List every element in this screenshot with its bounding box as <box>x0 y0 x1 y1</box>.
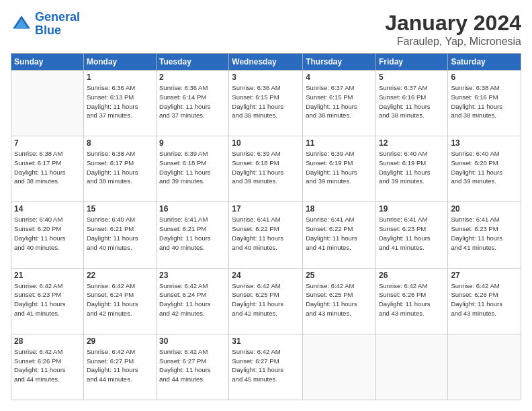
day-info-line: Daylight: 11 hours <box>379 300 431 308</box>
day-info-line: and 42 minutes. <box>87 310 132 317</box>
day-info-line: Sunrise: 6:38 AM <box>451 84 499 91</box>
day-info-line: and 43 minutes. <box>451 310 496 317</box>
day-info-line: Sunrise: 6:37 AM <box>379 84 427 91</box>
day-info-line: Daylight: 11 hours <box>87 366 138 373</box>
day-number: 13 <box>451 138 518 148</box>
day-info-line: Sunset: 6:20 PM <box>14 225 61 232</box>
calendar-day-cell: 2Sunrise: 6:36 AMSunset: 6:14 PMDaylight… <box>157 71 229 136</box>
day-info-line: and 43 minutes. <box>379 310 425 317</box>
day-info-line: and 44 minutes. <box>87 375 132 383</box>
day-number: 12 <box>379 138 445 148</box>
day-info-line: Daylight: 11 hours <box>159 169 211 176</box>
day-info-line: Daylight: 11 hours <box>14 300 66 308</box>
day-number: 27 <box>451 271 518 280</box>
day-info: Sunrise: 6:42 AMSunset: 6:27 PMDaylight:… <box>159 347 226 384</box>
calendar-body: 1Sunrise: 6:36 AMSunset: 6:13 PMDaylight… <box>11 71 521 400</box>
calendar-day-cell: 3Sunrise: 6:36 AMSunset: 6:15 PMDaylight… <box>229 71 303 136</box>
day-info-line: Sunrise: 6:42 AM <box>232 348 280 355</box>
day-info-line: Daylight: 11 hours <box>159 234 211 242</box>
day-info: Sunrise: 6:41 AMSunset: 6:23 PMDaylight:… <box>451 215 518 252</box>
calendar-header-cell: Thursday <box>303 54 376 71</box>
day-number: 23 <box>159 271 226 280</box>
calendar-week-row: 28Sunrise: 6:42 AMSunset: 6:26 PMDayligh… <box>11 334 521 400</box>
day-info-line: Daylight: 11 hours <box>232 300 283 308</box>
day-number: 4 <box>306 73 373 82</box>
day-number: 1 <box>87 73 153 82</box>
calendar-day-cell: 21Sunrise: 6:42 AMSunset: 6:23 PMDayligh… <box>11 268 84 334</box>
calendar-day-cell: 9Sunrise: 6:39 AMSunset: 6:18 PMDaylight… <box>157 136 229 202</box>
day-info-line: Sunset: 6:27 PM <box>232 357 279 365</box>
calendar-day-cell: 23Sunrise: 6:42 AMSunset: 6:24 PMDayligh… <box>157 268 229 334</box>
logo-text: General Blue <box>35 11 80 38</box>
day-info-line: and 40 minutes. <box>87 244 132 251</box>
day-info: Sunrise: 6:42 AMSunset: 6:25 PMDaylight:… <box>232 281 300 318</box>
day-info-line: Daylight: 11 hours <box>232 103 283 110</box>
day-info-line: and 43 minutes. <box>306 310 351 317</box>
calendar-day-cell: 29Sunrise: 6:42 AMSunset: 6:27 PMDayligh… <box>83 334 156 400</box>
day-info-line: and 41 minutes. <box>14 310 60 317</box>
day-number: 24 <box>232 271 300 280</box>
day-info-line: and 41 minutes. <box>451 244 496 251</box>
day-info: Sunrise: 6:37 AMSunset: 6:16 PMDaylight:… <box>379 83 445 120</box>
day-info-line: Sunrise: 6:41 AM <box>451 216 499 223</box>
day-info-line: Sunrise: 6:39 AM <box>159 150 208 157</box>
day-info-line: Daylight: 11 hours <box>451 103 502 110</box>
calendar-week-row: 21Sunrise: 6:42 AMSunset: 6:23 PMDayligh… <box>11 268 521 334</box>
day-info-line: and 38 minutes. <box>379 111 425 119</box>
day-info-line: and 39 minutes. <box>379 177 425 185</box>
day-info-line: Sunset: 6:22 PM <box>306 225 353 232</box>
day-number: 14 <box>14 204 81 214</box>
calendar-table: SundayMondayTuesdayWednesdayThursdayFrid… <box>11 53 521 400</box>
day-info-line: Sunset: 6:15 PM <box>232 93 279 101</box>
subtitle: Faraulep, Yap, Micronesia <box>385 36 521 48</box>
day-info-line: and 39 minutes. <box>232 177 277 185</box>
calendar-day-cell: 24Sunrise: 6:42 AMSunset: 6:25 PMDayligh… <box>229 268 303 334</box>
day-info-line: Sunrise: 6:36 AM <box>232 84 280 91</box>
day-info-line: and 38 minutes. <box>14 177 60 185</box>
day-info-line: Sunset: 6:14 PM <box>159 93 206 101</box>
day-info-line: Daylight: 11 hours <box>379 169 431 176</box>
day-info-line: Daylight: 11 hours <box>306 234 357 242</box>
day-number: 11 <box>306 138 373 148</box>
day-info-line: Sunrise: 6:42 AM <box>87 348 135 355</box>
day-number: 31 <box>232 336 300 346</box>
day-info: Sunrise: 6:37 AMSunset: 6:15 PMDaylight:… <box>306 83 373 120</box>
day-info: Sunrise: 6:41 AMSunset: 6:22 PMDaylight:… <box>232 215 300 252</box>
calendar-header-row: SundayMondayTuesdayWednesdayThursdayFrid… <box>11 54 521 71</box>
day-info-line: Sunset: 6:26 PM <box>14 357 61 365</box>
day-info-line: Sunset: 6:16 PM <box>379 93 426 101</box>
day-info-line: and 40 minutes. <box>14 244 60 251</box>
logo-icon <box>11 13 32 35</box>
day-info-line: and 39 minutes. <box>451 177 496 185</box>
day-info-line: Daylight: 11 hours <box>232 366 283 373</box>
day-info-line: Sunrise: 6:42 AM <box>14 282 62 289</box>
calendar-day-cell: 13Sunrise: 6:40 AMSunset: 6:20 PMDayligh… <box>448 136 521 202</box>
day-number: 16 <box>159 204 226 214</box>
day-info-line: Sunrise: 6:39 AM <box>306 150 354 157</box>
calendar-day-cell: 16Sunrise: 6:41 AMSunset: 6:21 PMDayligh… <box>157 202 229 268</box>
day-info: Sunrise: 6:40 AMSunset: 6:21 PMDaylight:… <box>87 215 153 252</box>
day-info-line: Sunset: 6:27 PM <box>159 357 206 365</box>
day-info-line: Sunset: 6:26 PM <box>451 291 498 298</box>
day-number: 9 <box>159 138 226 148</box>
day-info-line: Sunset: 6:19 PM <box>379 159 426 167</box>
day-info-line: Sunrise: 6:40 AM <box>379 150 427 157</box>
day-info-line: Sunrise: 6:42 AM <box>159 348 208 355</box>
day-info-line: Daylight: 11 hours <box>306 169 357 176</box>
calendar-day-cell: 6Sunrise: 6:38 AMSunset: 6:16 PMDaylight… <box>448 71 521 136</box>
day-info-line: Sunrise: 6:40 AM <box>14 216 62 223</box>
calendar-day-cell <box>11 71 84 136</box>
day-info-line: Daylight: 11 hours <box>159 366 211 373</box>
day-info-line: Sunset: 6:23 PM <box>379 225 426 232</box>
day-number: 2 <box>159 73 226 82</box>
day-info-line: Daylight: 11 hours <box>14 366 66 373</box>
calendar-day-cell: 20Sunrise: 6:41 AMSunset: 6:23 PMDayligh… <box>448 202 521 268</box>
day-number: 25 <box>306 271 373 280</box>
day-info-line: Daylight: 11 hours <box>306 300 357 308</box>
calendar-week-row: 7Sunrise: 6:38 AMSunset: 6:17 PMDaylight… <box>11 136 521 202</box>
day-info-line: Daylight: 11 hours <box>159 300 211 308</box>
day-number: 26 <box>379 271 445 280</box>
day-info-line: Sunset: 6:24 PM <box>159 291 206 298</box>
calendar-day-cell: 12Sunrise: 6:40 AMSunset: 6:19 PMDayligh… <box>375 136 447 202</box>
day-info-line: Sunset: 6:18 PM <box>159 159 206 167</box>
